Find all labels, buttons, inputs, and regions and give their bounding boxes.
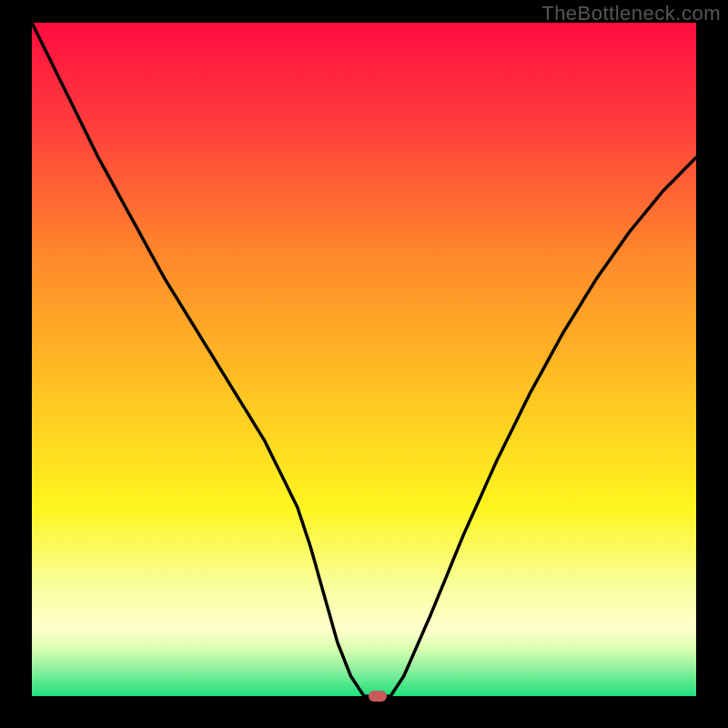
optimal-point-marker <box>369 691 387 702</box>
bottleneck-curve <box>32 23 696 696</box>
watermark-text: TheBottleneck.com <box>541 2 721 25</box>
plot-area <box>32 23 696 696</box>
chart-frame: TheBottleneck.com <box>0 0 728 728</box>
